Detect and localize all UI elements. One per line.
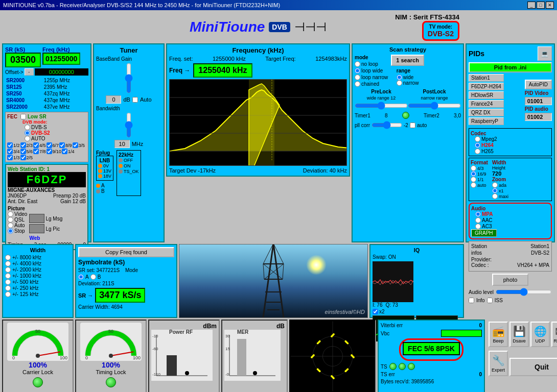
sr-item[interactable]: SR125 — [5, 84, 43, 90]
expert-button[interactable]: 🔧 Expert — [489, 351, 508, 376]
fec-item[interactable]: 3/5 — [73, 142, 85, 148]
fec-item[interactable]: 4/5 — [33, 142, 46, 148]
sr-item[interactable]: SR4000 — [5, 97, 43, 104]
wide-radio[interactable] — [397, 75, 402, 80]
autopid-button[interactable]: AutoPID — [525, 80, 552, 89]
bandwidth-slider[interactable] — [96, 112, 161, 138]
auto-radio[interactable] — [25, 136, 30, 141]
stop-radio[interactable] — [8, 228, 13, 234]
sr-table-row[interactable]: SR22000437ve MHz — [5, 104, 88, 110]
pll-auto-check[interactable] — [410, 122, 415, 128]
fec-item[interactable]: 2/5 — [20, 155, 33, 160]
graph-button[interactable]: GRAPH — [471, 229, 497, 237]
station-item-5[interactable]: RaspberryP — [469, 117, 504, 125]
dvb-s-radio[interactable] — [25, 125, 30, 130]
no-loop-radio[interactable] — [355, 61, 360, 67]
loop-wide-radio[interactable] — [355, 68, 360, 74]
fec-check[interactable] — [47, 149, 52, 154]
mpa-radio[interactable] — [475, 211, 481, 217]
fec-item[interactable]: 1/3 — [7, 155, 20, 160]
sr-table-row[interactable]: SR1252395 MHz — [5, 84, 88, 90]
computer-icon[interactable]: 💻 — [538, 46, 552, 61]
width-radio[interactable] — [5, 255, 11, 260]
fec-item[interactable]: 8/9 — [59, 142, 72, 148]
aac-radio[interactable] — [475, 217, 481, 223]
width-option[interactable]: +/- 250 kHz — [5, 285, 71, 291]
sr-table-row[interactable]: SR250437zq MHz — [5, 90, 88, 97]
chained-radio[interactable] — [355, 81, 360, 87]
fec-check[interactable] — [7, 155, 13, 160]
fec-check[interactable] — [33, 149, 39, 154]
copy-freq-button[interactable]: Copy Freq found — [78, 247, 174, 257]
fec-item[interactable]: 9/10 — [47, 149, 62, 154]
width-option[interactable]: +/- 1000 kHz — [5, 273, 71, 279]
fec-check[interactable] — [33, 142, 39, 148]
fec-check[interactable] — [7, 149, 13, 154]
width-option[interactable]: +/- 500 kHz — [5, 279, 71, 285]
zoom-maxi-radio[interactable] — [492, 193, 498, 199]
fec-check[interactable] — [20, 142, 26, 148]
mpeg2-radio[interactable] — [475, 136, 480, 142]
pll-slider[interactable] — [372, 121, 402, 129]
station-item-1[interactable]: F6DZP-H264 — [469, 83, 504, 90]
width-radio[interactable] — [5, 279, 11, 285]
record-button[interactable]: 📼 Record — [551, 322, 557, 347]
narrow-radio[interactable] — [397, 80, 402, 86]
width-option[interactable]: +/- 2000 kHz — [5, 267, 71, 273]
auto-pic-radio[interactable] — [8, 223, 13, 228]
qsl-radio[interactable] — [8, 217, 13, 223]
fec-item[interactable]: 7/8 — [33, 149, 46, 154]
width-radio[interactable] — [5, 261, 11, 266]
fec-item[interactable]: 6/7 — [47, 142, 59, 148]
video-radio[interactable] — [8, 211, 13, 217]
auto-check[interactable] — [132, 97, 138, 103]
fec-check[interactable] — [20, 155, 26, 160]
mode-a-radio[interactable] — [78, 274, 84, 280]
maximize-button[interactable]: □ — [537, 2, 545, 9]
fmt-1-1-radio[interactable] — [471, 177, 476, 182]
sr-table-row[interactable]: SR20001255p MHz — [5, 77, 88, 84]
fec-check[interactable] — [47, 142, 52, 148]
udp-button[interactable]: 🌐 UDP — [530, 322, 550, 347]
close-button[interactable]: ✕ — [546, 2, 554, 9]
fmt-auto-radio[interactable] — [471, 182, 476, 188]
quit-button[interactable]: Quit — [509, 358, 557, 376]
offset-minus-button[interactable]: - — [25, 68, 34, 76]
dsave-button[interactable]: 💾 Dsave — [509, 322, 529, 347]
ac3-radio[interactable] — [475, 224, 481, 229]
x2-check[interactable] — [373, 309, 378, 314]
fec-check[interactable] — [7, 142, 13, 148]
station-item-0[interactable]: Station1 — [469, 74, 504, 82]
sr-item[interactable]: SR22000 — [5, 104, 43, 110]
width-radio[interactable] — [5, 285, 11, 291]
zoom-ada-radio[interactable] — [492, 182, 498, 188]
dvb-s2-radio[interactable] — [25, 130, 30, 136]
baseband-slider[interactable] — [96, 63, 161, 93]
fec-item[interactable]: 5/6 — [20, 149, 33, 154]
fec-item[interactable]: 3/4 — [7, 149, 20, 154]
fec-item[interactable]: 1/4 — [62, 149, 75, 154]
zoom-x1-radio[interactable] — [492, 188, 498, 193]
fec-check[interactable] — [59, 142, 65, 148]
station-item-3[interactable]: France24 — [469, 100, 504, 108]
loop-narrow-radio[interactable] — [355, 75, 360, 80]
minimize-button[interactable]: _ — [527, 2, 536, 9]
h265-radio[interactable] — [475, 149, 480, 154]
beep-button[interactable]: 📻 Beep — [489, 322, 508, 347]
sr-table-row[interactable]: SR4000437qe MHz — [5, 97, 88, 104]
fec-check[interactable] — [73, 142, 78, 148]
fec-check[interactable] — [62, 149, 67, 154]
sr-item[interactable]: SR2000 — [5, 77, 43, 84]
h264-radio[interactable] — [475, 142, 480, 148]
postlock-slider[interactable] — [408, 102, 461, 110]
fmt-4-3-radio[interactable] — [471, 165, 476, 171]
width-radio[interactable] — [5, 291, 11, 297]
width-option[interactable]: +/- 125 kHz — [5, 291, 71, 297]
fec-item[interactable]: 2/3 — [20, 142, 33, 148]
fec-check[interactable] — [20, 149, 26, 154]
pid-from-ini-button[interactable]: Pid from .ini — [469, 62, 552, 72]
sr-item[interactable]: SR250 — [5, 90, 43, 97]
search-button[interactable]: 1 search — [391, 55, 424, 66]
station-item-2[interactable]: HDlowSR — [469, 91, 504, 99]
fmt-16-9-radio[interactable] — [471, 171, 476, 177]
